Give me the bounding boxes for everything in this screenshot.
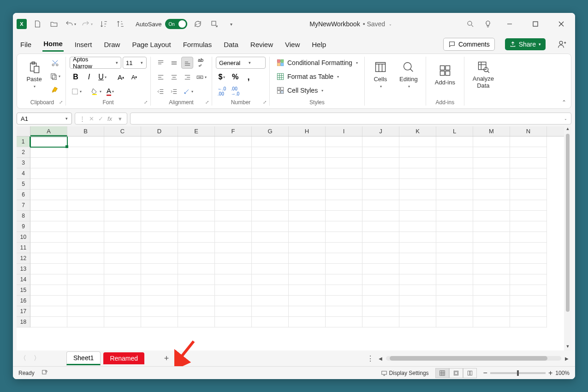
cell[interactable] [510, 274, 547, 285]
horizontal-scrollbar[interactable]: ◀ ▶ [377, 356, 570, 361]
cell[interactable] [30, 253, 67, 264]
cell[interactable] [436, 158, 473, 168]
cell[interactable] [473, 274, 510, 285]
cell[interactable] [362, 274, 399, 285]
cell[interactable] [473, 306, 510, 317]
new-file-icon[interactable] [31, 18, 43, 30]
row-header[interactable]: 17 [17, 306, 30, 317]
cell[interactable] [141, 232, 178, 243]
cell[interactable] [436, 190, 473, 200]
row-header[interactable]: 11 [17, 243, 30, 253]
cell[interactable] [362, 137, 399, 147]
number-format-select[interactable]: General▾ [216, 57, 266, 69]
cell[interactable] [252, 211, 289, 221]
cell[interactable] [141, 137, 178, 147]
font-color-icon[interactable]: A▾ [104, 85, 116, 97]
cell[interactable] [215, 296, 252, 306]
row-header[interactable]: 6 [17, 190, 30, 200]
cell[interactable] [252, 190, 289, 200]
cell[interactable] [326, 274, 362, 285]
cell[interactable] [178, 306, 215, 317]
cell[interactable] [30, 190, 67, 200]
cell[interactable] [67, 200, 104, 211]
cell[interactable] [215, 306, 252, 317]
cell[interactable] [399, 168, 436, 179]
cell[interactable] [362, 190, 399, 200]
cell[interactable] [252, 306, 289, 317]
cell[interactable] [67, 317, 104, 327]
cell[interactable] [326, 317, 362, 327]
cell[interactable] [510, 179, 547, 190]
cell[interactable] [399, 221, 436, 232]
macro-record-icon[interactable] [41, 369, 48, 377]
lightbulb-icon[interactable] [482, 18, 494, 30]
cell[interactable] [289, 190, 326, 200]
cell[interactable] [399, 158, 436, 168]
cell[interactable] [362, 147, 399, 158]
expand-formula-icon[interactable]: ⌄ [564, 117, 567, 121]
tab-view[interactable]: View [284, 38, 301, 51]
column-header[interactable]: M [473, 126, 510, 136]
collapse-ribbon-icon[interactable]: ⌃ [562, 99, 566, 106]
cell[interactable] [252, 200, 289, 211]
cell[interactable] [399, 232, 436, 243]
cell[interactable] [510, 285, 547, 296]
cell[interactable] [215, 168, 252, 179]
row-header[interactable]: 9 [17, 221, 30, 232]
cell[interactable] [326, 285, 362, 296]
cell[interactable] [30, 147, 67, 158]
cell[interactable] [141, 274, 178, 285]
cell[interactable] [215, 264, 252, 274]
column-header[interactable]: E [178, 126, 215, 136]
cell[interactable] [104, 317, 141, 327]
cell[interactable] [104, 306, 141, 317]
tab-formulas[interactable]: Formulas [182, 38, 213, 51]
redo-button[interactable]: ▾ [81, 18, 93, 30]
cell[interactable] [473, 211, 510, 221]
column-header[interactable]: N [510, 126, 547, 136]
add-sheet-button[interactable]: + [161, 353, 172, 364]
autosave-toggle[interactable]: On [165, 19, 187, 29]
cell[interactable] [289, 232, 326, 243]
column-header[interactable]: F [215, 126, 252, 136]
cell[interactable] [510, 200, 547, 211]
zoom-in-button[interactable]: + [548, 369, 552, 377]
cell[interactable] [289, 137, 326, 147]
cell[interactable] [289, 306, 326, 317]
cell[interactable] [104, 158, 141, 168]
cell[interactable] [473, 137, 510, 147]
cell[interactable] [436, 168, 473, 179]
tab-home[interactable]: Home [42, 37, 64, 52]
cell[interactable] [289, 179, 326, 190]
cell[interactable] [252, 137, 289, 147]
zoom-value[interactable]: 100% [555, 370, 570, 376]
open-file-icon[interactable] [48, 18, 60, 30]
increase-indent-icon[interactable] [168, 85, 180, 97]
shrink-font-icon[interactable]: A▾ [128, 71, 140, 83]
cell[interactable] [67, 253, 104, 264]
tab-review[interactable]: Review [249, 38, 274, 51]
cell[interactable] [104, 296, 141, 306]
cell[interactable] [215, 317, 252, 327]
normal-view-icon[interactable] [435, 368, 449, 378]
cell[interactable] [141, 221, 178, 232]
column-header[interactable]: I [326, 126, 362, 136]
cell[interactable] [436, 274, 473, 285]
cell[interactable] [473, 296, 510, 306]
cell[interactable] [30, 137, 67, 147]
sheet-options-icon[interactable]: ⋮ [367, 354, 374, 363]
cell[interactable] [399, 296, 436, 306]
cell[interactable] [30, 306, 67, 317]
font-name-select[interactable]: Aptos Narrow▾ [70, 57, 121, 69]
cell[interactable] [67, 190, 104, 200]
cell[interactable] [252, 296, 289, 306]
cell[interactable] [362, 168, 399, 179]
cell[interactable] [215, 190, 252, 200]
cell[interactable] [473, 190, 510, 200]
column-header[interactable]: G [252, 126, 289, 136]
bold-button[interactable]: B [70, 71, 82, 83]
scroll-down-icon[interactable]: ▼ [566, 344, 570, 350]
align-bottom-icon[interactable] [181, 57, 193, 69]
sheet-nav-next-icon[interactable]: 〉 [31, 353, 42, 364]
cell[interactable] [215, 179, 252, 190]
